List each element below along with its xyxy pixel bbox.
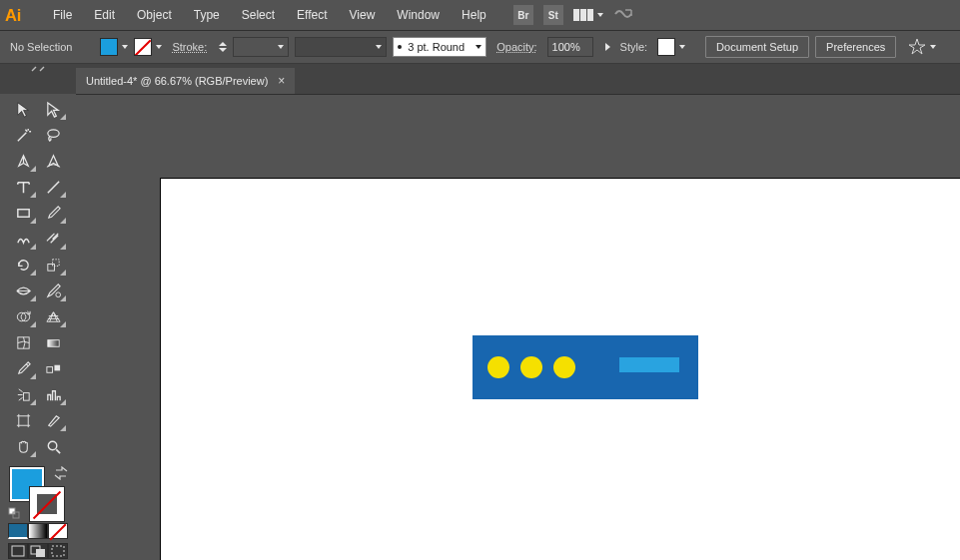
arrange-documents-button[interactable] [573, 9, 603, 21]
selection-tool[interactable] [8, 96, 38, 122]
svg-rect-9 [17, 336, 28, 347]
stroke-weight-stepper[interactable] [219, 42, 227, 52]
artwork-circle [520, 356, 542, 378]
align-to-button[interactable] [908, 38, 936, 56]
menu-file[interactable]: File [44, 4, 81, 26]
column-graph-tool[interactable] [38, 381, 68, 407]
lasso-tool[interactable] [38, 122, 68, 148]
selection-status: No Selection [6, 41, 76, 53]
chevron-down-icon [930, 45, 936, 49]
preferences-button[interactable]: Preferences [815, 36, 896, 58]
fill-swatch[interactable] [100, 36, 128, 58]
menu-select[interactable]: Select [233, 4, 284, 26]
panel-collapse-handle[interactable] [0, 64, 76, 94]
menu-view[interactable]: View [341, 4, 385, 26]
mesh-tool[interactable] [8, 329, 38, 355]
graphic-style[interactable] [657, 36, 685, 58]
draw-normal-icon[interactable] [8, 543, 28, 559]
hand-tool[interactable] [8, 433, 38, 459]
magic-wand-tool[interactable] [8, 122, 38, 148]
style-label: Style: [616, 41, 652, 53]
symbol-sprayer-tool[interactable] [8, 381, 38, 407]
brush-definition[interactable]: 3 pt. Round [393, 37, 486, 57]
chevron-down-icon [376, 45, 382, 49]
artboard-tool[interactable] [8, 407, 38, 433]
draw-mode-row [8, 523, 68, 539]
svg-rect-5 [52, 259, 59, 266]
style-swatch-icon [657, 38, 675, 56]
canvas-area[interactable] [76, 94, 960, 560]
bridge-button[interactable]: Br [513, 5, 533, 25]
svg-rect-4 [47, 264, 54, 271]
menu-edit[interactable]: Edit [85, 4, 124, 26]
rotate-tool[interactable] [8, 252, 38, 278]
screen-mode-row [8, 543, 68, 559]
swap-fill-stroke-icon[interactable] [54, 466, 68, 480]
menu-bar: Ai File Edit Object Type Select Effect V… [0, 0, 960, 30]
stroke-label[interactable]: Stroke: [168, 41, 211, 53]
app-logo: Ai [4, 4, 26, 26]
type-tool[interactable] [8, 174, 38, 200]
opacity-label[interactable]: Opacity: [492, 41, 540, 53]
fill-color-icon [100, 38, 118, 56]
chevron-down-icon [278, 45, 284, 49]
arrange-icon [573, 9, 593, 21]
svg-rect-10 [47, 339, 58, 346]
menu-object[interactable]: Object [128, 4, 181, 26]
color-mode[interactable] [8, 523, 28, 539]
chevron-down-icon [122, 45, 128, 49]
svg-line-16 [56, 449, 60, 453]
menu-type[interactable]: Type [185, 4, 229, 26]
eraser-tool[interactable] [38, 226, 68, 252]
artwork-bar [619, 357, 679, 372]
opacity-field[interactable]: 100% [547, 37, 593, 57]
document-setup-button[interactable]: Document Setup [705, 36, 809, 58]
menu-window[interactable]: Window [388, 4, 449, 26]
curvature-tool[interactable] [38, 148, 68, 174]
svg-rect-22 [52, 546, 64, 556]
eyedropper-tool[interactable] [8, 355, 38, 381]
stroke-weight-field[interactable] [233, 37, 289, 57]
free-transform-tool[interactable] [38, 278, 68, 303]
default-fill-stroke-icon[interactable] [8, 507, 20, 519]
shape-builder-tool[interactable] [8, 303, 38, 329]
draw-behind-icon[interactable] [28, 543, 48, 559]
svg-rect-14 [18, 415, 27, 424]
fill-stroke-indicator[interactable] [8, 465, 68, 519]
slice-tool[interactable] [38, 407, 68, 433]
stroke-swatch[interactable] [134, 36, 162, 58]
gradient-tool[interactable] [38, 329, 68, 355]
draw-inside-icon[interactable] [48, 543, 68, 559]
menu-help[interactable]: Help [453, 4, 495, 26]
variable-width-profile[interactable] [295, 37, 387, 57]
line-segment-tool[interactable] [38, 174, 68, 200]
direct-selection-tool[interactable] [38, 96, 68, 122]
blend-tool[interactable] [38, 355, 68, 381]
chevron-down-icon [679, 45, 685, 49]
rectangle-tool[interactable] [8, 200, 38, 226]
close-icon[interactable]: × [278, 74, 285, 88]
menu-effect[interactable]: Effect [288, 4, 336, 26]
artwork-circle [487, 356, 509, 378]
none-mode[interactable] [48, 523, 68, 539]
gradient-mode[interactable] [28, 523, 48, 539]
zoom-tool[interactable] [38, 433, 68, 459]
perspective-grid-tool[interactable] [38, 303, 68, 329]
artwork-circle [553, 356, 575, 378]
svg-rect-13 [23, 392, 29, 400]
pen-tool[interactable] [8, 148, 38, 174]
width-tool[interactable] [8, 278, 38, 303]
chevron-right-icon[interactable] [605, 43, 610, 51]
dot-icon [398, 45, 402, 49]
stroke-indicator[interactable] [30, 487, 64, 521]
scale-tool[interactable] [38, 252, 68, 278]
paintbrush-tool[interactable] [38, 200, 68, 226]
document-tab[interactable]: Untitled-4* @ 66.67% (RGB/Preview) × [76, 68, 295, 94]
document-tab-row: Untitled-4* @ 66.67% (RGB/Preview) × [0, 64, 960, 94]
gpu-preview-button[interactable] [613, 6, 633, 25]
artwork-shape[interactable] [473, 335, 698, 399]
svg-point-15 [48, 441, 57, 450]
stock-button[interactable]: St [543, 5, 563, 25]
shaper-tool[interactable] [8, 226, 38, 252]
brush-definition-label: 3 pt. Round [408, 41, 472, 53]
